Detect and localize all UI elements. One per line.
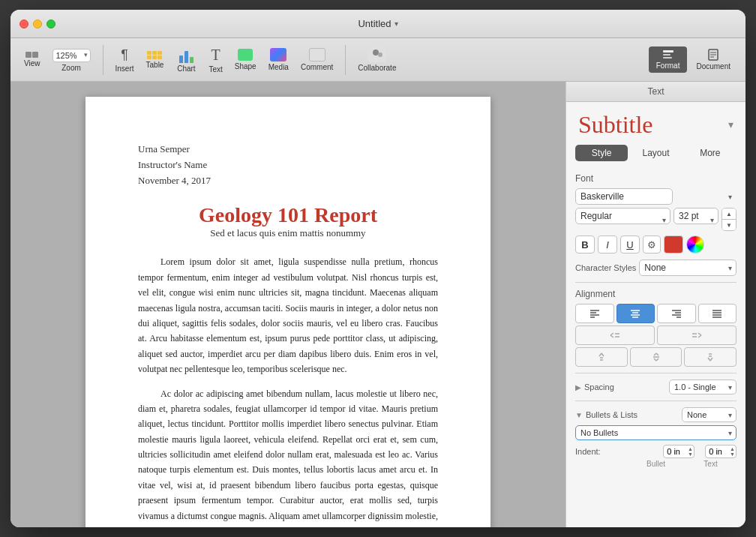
subtitle-dropdown-chevron[interactable]: ▾ <box>728 118 734 131</box>
font-style-select[interactable]: Regular Bold Italic <box>575 208 670 224</box>
bullet-indent-field: ▲ ▼ <box>663 445 694 458</box>
chart-icon <box>176 46 196 63</box>
comment-button[interactable]: Comment <box>296 46 338 73</box>
bullets-none-select-wrap: None Bullets Numbers <box>682 407 736 422</box>
chart-button[interactable]: Chart <box>171 45 201 74</box>
align-center-button[interactable] <box>616 304 656 323</box>
author-name: Urna Semper <box>138 142 438 158</box>
tab-more[interactable]: More <box>684 145 736 161</box>
underline-button[interactable]: U <box>620 236 640 254</box>
collaborate-button[interactable]: Collaborate <box>353 46 400 74</box>
titlebar: Untitled ▾ <box>10 10 746 38</box>
svg-line-44 <box>710 358 712 361</box>
font-name-select-wrap: Baskerville Helvetica Times New Roman <box>575 188 736 205</box>
align-indent-left-button[interactable] <box>575 326 655 345</box>
bullets-section: ▼ Bullets & Lists None Bullets Numbers <box>575 407 736 440</box>
font-size-select[interactable]: 32 pt 24 pt 18 pt 14 pt 12 pt <box>674 208 718 224</box>
align-row-2 <box>575 326 736 345</box>
spacing-collapse-arrow[interactable]: ▶ <box>575 383 581 392</box>
zoom-label: Zoom <box>62 64 81 72</box>
document-button[interactable]: Document <box>690 46 736 74</box>
text-indent-decrement[interactable]: ▼ <box>730 452 735 457</box>
align-top-button[interactable] <box>575 347 628 367</box>
font-size-increment[interactable]: ▲ <box>722 208 736 219</box>
font-name-select[interactable]: Baskerville Helvetica Times New Roman <box>575 188 673 205</box>
align-right-button[interactable] <box>657 304 696 323</box>
tab-layout[interactable]: Layout <box>629 145 682 161</box>
bullets-collapse-arrow[interactable]: ▼ <box>575 411 583 419</box>
format-icon <box>662 50 674 60</box>
document-subtitle: Sed et lacus quis enim mattis nonummy <box>138 227 438 239</box>
tab-style[interactable]: Style <box>575 145 628 161</box>
font-size-select-wrap: 32 pt 24 pt 18 pt 14 pt 12 pt <box>674 208 718 231</box>
font-size-decrement[interactable]: ▼ <box>722 220 736 230</box>
view-button[interactable]: View <box>20 50 45 69</box>
chart-label: Chart <box>177 64 195 73</box>
no-bullets-select-wrap: No Bullets Disc Circle <box>575 425 736 440</box>
main-area: Urna Semper Instructor's Name November 4… <box>10 82 746 527</box>
alignment-grid <box>575 304 736 367</box>
text-options-button[interactable]: ⚙ <box>643 236 661 254</box>
body-paragraph-2: Ac dolor ac adipiscing amet bibendum nul… <box>138 386 438 527</box>
shape-button[interactable]: Shape <box>230 47 261 72</box>
spacing-select-wrap: 1.0 - Single 1.5 2.0 - Double <box>669 380 736 394</box>
insert-button[interactable]: ¶ Insert <box>111 46 139 74</box>
bullet-indent-increment[interactable]: ▲ <box>688 446 693 452</box>
divider-1 <box>575 282 736 283</box>
shape-icon <box>238 49 253 61</box>
svg-rect-3 <box>663 54 670 56</box>
zoom-select[interactable]: 125% 100% 75% <box>52 49 91 62</box>
maximize-button[interactable] <box>46 20 56 28</box>
minimize-button[interactable] <box>33 20 42 28</box>
document-date: November 4, 2017 <box>138 173 438 189</box>
color-wheel-button[interactable] <box>686 236 704 254</box>
title-text: Untitled <box>358 18 391 29</box>
table-label: Table <box>146 61 164 69</box>
text-color-swatch[interactable] <box>664 236 683 254</box>
table-button[interactable]: Table <box>142 50 169 70</box>
document-title: Geology 101 Report <box>138 203 438 227</box>
collaborate-label: Collaborate <box>358 64 396 72</box>
align-middle-button[interactable] <box>630 347 682 367</box>
align-indent-right-button[interactable] <box>657 326 736 345</box>
close-button[interactable] <box>20 20 28 28</box>
text-indent-stepper: ▲ ▼ <box>730 446 735 457</box>
collaborate-icon <box>368 47 386 62</box>
text-icon: T <box>211 46 220 64</box>
bold-button[interactable]: B <box>575 236 595 254</box>
comment-label: Comment <box>301 63 333 71</box>
media-label: Media <box>268 63 289 71</box>
no-bullets-select[interactable]: No Bullets Disc Circle <box>575 425 736 440</box>
font-style-size-row: Regular Bold Italic 32 pt 24 pt 18 pt 14… <box>575 208 736 231</box>
body-paragraph-1: Lorem ipsum dolor sit amet, ligula suspe… <box>138 254 438 376</box>
subtitle-preview-text: Subtitle <box>578 111 653 139</box>
bullet-indent-decrement[interactable]: ▼ <box>688 452 693 457</box>
media-button[interactable]: Media <box>264 46 293 73</box>
document-body[interactable]: Lorem ipsum dolor sit amet, ligula suspe… <box>138 254 438 527</box>
spacing-select[interactable]: 1.0 - Single 1.5 2.0 - Double <box>669 380 736 394</box>
window-title: Untitled ▾ <box>358 18 398 29</box>
align-justify-button[interactable] <box>698 304 737 323</box>
text-indent-increment[interactable]: ▲ <box>730 446 735 452</box>
doc-author: Urna Semper Instructor's Name November 4… <box>138 142 438 188</box>
character-styles-label: Character Styles <box>575 263 636 272</box>
font-size-stepper: ▲ ▼ <box>722 208 736 231</box>
canvas-area[interactable]: Urna Semper Instructor's Name November 4… <box>10 82 566 527</box>
spacing-label: Spacing <box>584 382 614 392</box>
table-icon <box>147 51 162 59</box>
format-button[interactable]: Format <box>649 46 688 73</box>
document-page: Urna Semper Instructor's Name November 4… <box>86 97 490 527</box>
text-button[interactable]: T Text <box>204 45 226 75</box>
zoom-button[interactable]: 125% 100% 75% Zoom <box>48 46 95 74</box>
character-styles-select[interactable]: None <box>639 260 736 276</box>
view-label: View <box>24 59 40 68</box>
bullets-row: ▼ Bullets & Lists None Bullets Numbers <box>575 407 736 422</box>
title-chevron[interactable]: ▾ <box>394 20 398 28</box>
bullets-none-select[interactable]: None Bullets Numbers <box>682 407 736 422</box>
indent-row: Indent: ▲ ▼ <box>575 445 736 458</box>
align-left-button[interactable] <box>575 304 614 323</box>
italic-button[interactable]: I <box>598 236 617 254</box>
view-icon <box>26 52 38 58</box>
comment-icon <box>309 48 326 62</box>
align-bottom-button[interactable] <box>684 347 736 367</box>
